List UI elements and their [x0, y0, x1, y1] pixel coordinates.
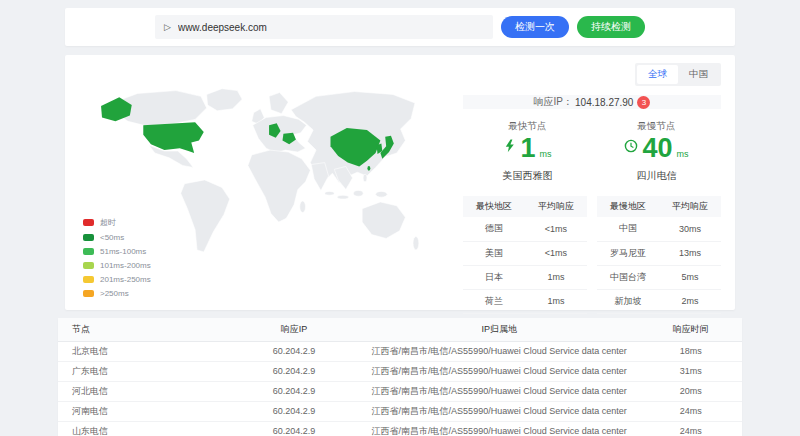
map-region-new-zealand [413, 237, 419, 250]
fastest-regions-table: 最快地区 平均响应 德国<1ms 美国<1ms 日本1ms 荷兰1ms [463, 196, 587, 314]
fastest-regions-header: 平均响应 [525, 196, 587, 217]
table-row: 广东电信 60.204.2.9 江西省/南昌市/电信/AS55990/Huawe… [58, 361, 742, 381]
table-row: 美国<1ms [463, 241, 587, 265]
map-country-taiwan [367, 166, 370, 171]
map-region-java [337, 195, 349, 199]
map-region-greenland [207, 89, 243, 111]
node-table-card: 节点 响应IP IP归属地 响应时间 北京电信 60.204.2.9 江西省/南… [58, 318, 742, 436]
legend-item: 51ms-100ms [83, 247, 151, 256]
fastest-node-label: 最快节点 [463, 120, 592, 133]
map-region-sumatra [325, 191, 335, 195]
node-table: 节点 响应IP IP归属地 响应时间 北京电信 60.204.2.9 江西省/南… [58, 318, 742, 436]
lightning-icon [503, 139, 516, 162]
fastest-node-unit: ms [540, 149, 552, 162]
continuous-check-button[interactable]: 持续检测 [577, 16, 645, 38]
map-region-scandinavia [269, 93, 288, 114]
fastest-node-value: 1 [520, 135, 535, 162]
map-region-india [311, 163, 328, 191]
legend-item: 101ms-200ms [83, 261, 151, 270]
url-input[interactable] [178, 22, 484, 33]
slowest-regions-table: 最慢地区 平均响应 中国30ms 罗马尼亚13ms 中国台湾5ms 新加坡2ms [597, 196, 721, 314]
node-table-header-time: 响应时间 [639, 318, 742, 341]
slowest-node-location: 四川电信 [592, 169, 721, 183]
search-bar: ▷ 检测一次 持续检测 [65, 8, 735, 46]
fastest-node-stat: 最快节点 1 ms 美国西雅图 [463, 120, 592, 183]
legend-item: 超时 [83, 217, 151, 228]
map-region-australia [362, 202, 405, 238]
slowest-regions-header: 平均响应 [659, 196, 721, 217]
response-ip-bar: 响应IP： 104.18.27.90 3 [463, 95, 721, 109]
legend-item: >250ms [83, 289, 151, 298]
table-row: 德国<1ms [463, 217, 587, 241]
table-row: 新加坡2ms [597, 289, 721, 313]
clock-icon [624, 139, 638, 162]
table-row: 中国台湾5ms [597, 265, 721, 289]
legend-item: 201ms-250ms [83, 275, 151, 284]
map-region-new-guinea [376, 191, 388, 197]
table-row: 荷兰1ms [463, 289, 587, 313]
map-region-south-america [181, 180, 230, 252]
map-region-philippines [363, 174, 367, 182]
fastest-regions-header: 最快地区 [463, 196, 525, 217]
node-table-header-ip: 响应IP [229, 318, 359, 341]
node-stats: 最快节点 1 ms 美国西雅图 最慢节点 [463, 120, 721, 183]
scope-tabs: 全球 中国 [635, 63, 721, 86]
node-table-header-node: 节点 [58, 318, 229, 341]
play-icon: ▷ [164, 22, 171, 32]
table-row: 日本1ms [463, 265, 587, 289]
table-row: 中国30ms [597, 217, 721, 241]
legend-swatch [83, 234, 94, 241]
summary-panel: 全球 中国 响应IP： 104.18.27.90 3 最快节点 1 ms [463, 63, 721, 300]
table-row: 河南电信 60.204.2.9 江西省/南昌市/电信/AS55990/Huawe… [58, 401, 742, 421]
response-ip-value: 104.18.27.90 [575, 97, 633, 108]
slowest-regions-header: 最慢地区 [597, 196, 659, 217]
table-row: 山东电信 60.204.2.9 江西省/南昌市/电信/AS55990/Huawe… [58, 421, 742, 436]
slowest-node-stat: 最慢节点 40 ms 四川电信 [592, 120, 721, 183]
legend-swatch [83, 290, 94, 297]
slowest-node-unit: ms [677, 149, 689, 162]
map-region-europe [253, 116, 307, 153]
ip-count-badge[interactable]: 3 [637, 96, 650, 109]
tab-global[interactable]: 全球 [637, 65, 678, 84]
tab-china[interactable]: 中国 [678, 65, 719, 84]
world-map: 超时 <50ms 51ms-100ms 101ms-200ms 201ms-25… [79, 81, 461, 300]
check-once-button[interactable]: 检测一次 [501, 16, 569, 38]
result-overview-card: 超时 <50ms 51ms-100ms 101ms-200ms 201ms-25… [65, 55, 735, 310]
table-row: 河北电信 60.204.2.9 江西省/南昌市/电信/AS55990/Huawe… [58, 381, 742, 401]
slowest-node-value: 40 [642, 135, 672, 162]
table-row: 罗马尼亚13ms [597, 241, 721, 265]
slowest-node-label: 最慢节点 [592, 120, 721, 133]
url-input-wrap[interactable]: ▷ [155, 15, 493, 39]
table-row: 北京电信 60.204.2.9 江西省/南昌市/电信/AS55990/Huawe… [58, 341, 742, 361]
map-region-madagascar [300, 201, 306, 213]
speed-test-page: ▷ 检测一次 持续检测 [0, 0, 800, 436]
map-legend: 超时 <50ms 51ms-100ms 101ms-200ms 201ms-25… [83, 217, 151, 303]
legend-swatch [83, 276, 94, 283]
response-ip-label: 响应IP： [534, 95, 573, 109]
legend-item: <50ms [83, 233, 151, 242]
legend-swatch [83, 248, 94, 255]
fastest-node-location: 美国西雅图 [463, 169, 592, 183]
node-table-header-location: IP归属地 [359, 318, 639, 341]
legend-swatch [83, 262, 94, 269]
map-region-borneo [354, 190, 364, 196]
legend-swatch [83, 219, 94, 226]
